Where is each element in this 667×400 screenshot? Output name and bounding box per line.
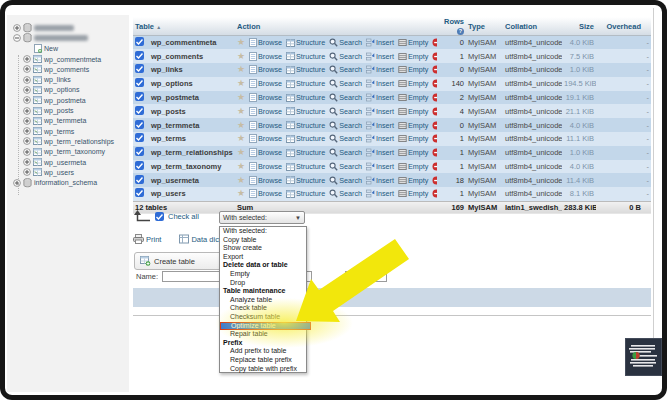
search-link[interactable]: Search [329, 189, 362, 198]
table-name[interactable]: wp_postmeta [149, 91, 235, 105]
drop-link[interactable]: Drop [432, 162, 437, 171]
drop-link[interactable]: Drop [432, 93, 437, 102]
favorite-star-icon[interactable]: ★ [237, 107, 245, 116]
empty-link[interactable]: Empty [398, 148, 428, 157]
dropdown-option-check-table[interactable]: Check table [220, 304, 306, 313]
expand-icon[interactable] [23, 127, 31, 135]
table-name[interactable]: wp_terms [149, 132, 235, 146]
table-name[interactable]: wp_term_relationships [149, 146, 235, 160]
row-checkbox[interactable] [135, 188, 144, 197]
structure-link[interactable]: Structure [286, 38, 325, 47]
structure-link[interactable]: Structure [286, 134, 325, 143]
favorite-star-icon[interactable]: ★ [237, 79, 245, 88]
browse-link[interactable]: Browse [249, 107, 282, 116]
table-name[interactable]: wp_term_taxonomy [149, 160, 235, 174]
favorite-star-icon[interactable]: ★ [237, 93, 245, 102]
favorite-star-icon[interactable]: ★ [237, 162, 245, 171]
empty-link[interactable]: Empty [398, 52, 428, 61]
sidebar-item-wp_postmeta[interactable]: wp_postmeta [11, 95, 129, 105]
dropdown-option-analyze-table[interactable]: Analyze table [220, 296, 306, 305]
dropdown-option-optimize-table[interactable]: Optimize table [220, 322, 311, 331]
empty-link[interactable]: Empty [398, 189, 428, 198]
column-header-rows[interactable]: Rows ? [437, 17, 466, 36]
favorite-star-icon[interactable]: ★ [237, 148, 245, 157]
drop-link[interactable]: Drop [432, 38, 437, 47]
sidebar-item-New[interactable]: New [11, 44, 129, 54]
empty-link[interactable]: Empty [398, 121, 428, 130]
check-all-label[interactable]: Check all [168, 212, 199, 221]
sidebar-item-wp_commentmeta[interactable]: wp_commentmeta [11, 54, 129, 64]
sidebar-item-wp_termmeta[interactable]: wp_termmeta [11, 116, 129, 126]
table-name[interactable]: wp_links [149, 63, 235, 77]
browse-link[interactable]: Browse [249, 79, 282, 88]
favorite-star-icon[interactable]: ★ [237, 38, 245, 47]
structure-link[interactable]: Structure [286, 79, 325, 88]
column-header-size[interactable]: Size [562, 17, 596, 36]
favorite-star-icon[interactable]: ★ [237, 52, 245, 61]
expand-icon[interactable] [23, 158, 31, 166]
drop-link[interactable]: Drop [432, 107, 437, 116]
dropdown-option-with-selected-[interactable]: With selected: [220, 227, 306, 236]
browse-link[interactable]: Browse [249, 65, 282, 74]
expand-icon[interactable] [23, 86, 31, 94]
search-link[interactable]: Search [329, 134, 362, 143]
empty-link[interactable]: Empty [398, 134, 428, 143]
insert-link[interactable]: Insert [366, 107, 394, 116]
dropdown-option-add-prefix-to-table[interactable]: Add prefix to table [220, 347, 306, 356]
expand-icon[interactable] [23, 168, 31, 176]
sidebar-item-wp_comments[interactable]: wp_comments [11, 64, 129, 74]
expand-icon[interactable] [23, 96, 31, 104]
row-checkbox[interactable] [135, 51, 144, 60]
check-all-checkbox[interactable] [155, 212, 164, 221]
favorite-star-icon[interactable]: ★ [237, 65, 245, 74]
drop-link[interactable]: Drop [432, 148, 437, 157]
sidebar-item-database[interactable] [11, 23, 129, 33]
drop-link[interactable]: Drop [432, 79, 437, 88]
dropdown-option-repair-table[interactable]: Repair table [220, 330, 306, 339]
drop-link[interactable]: Drop [432, 65, 437, 74]
column-header-table[interactable]: Table ▲ [133, 17, 235, 36]
expand-icon[interactable] [23, 107, 31, 115]
row-checkbox[interactable] [135, 92, 144, 101]
browse-link[interactable]: Browse [249, 134, 282, 143]
drop-link[interactable]: Drop [432, 189, 437, 198]
dropdown-option-copy-table-with-prefix[interactable]: Copy table with prefix [220, 365, 306, 374]
structure-link[interactable]: Structure [286, 148, 325, 157]
sidebar-item-wp_usermeta[interactable]: wp_usermeta [11, 157, 129, 167]
insert-link[interactable]: Insert [366, 189, 394, 198]
sidebar-item-wp_users[interactable]: wp_users [11, 167, 129, 177]
insert-link[interactable]: Insert [366, 121, 394, 130]
drop-link[interactable]: Drop [432, 121, 437, 130]
favorite-star-icon[interactable]: ★ [237, 134, 245, 143]
row-checkbox[interactable] [135, 147, 144, 156]
table-name[interactable]: wp_termmeta [149, 118, 235, 132]
table-name[interactable]: wp_comments [149, 49, 235, 63]
drop-link[interactable]: Drop [432, 176, 437, 185]
row-checkbox[interactable] [135, 161, 144, 170]
insert-link[interactable]: Insert [366, 65, 394, 74]
search-link[interactable]: Search [329, 176, 362, 185]
search-link[interactable]: Search [329, 148, 362, 157]
browse-link[interactable]: Browse [249, 176, 282, 185]
empty-link[interactable]: Empty [398, 93, 428, 102]
empty-link[interactable]: Empty [398, 65, 428, 74]
structure-link[interactable]: Structure [286, 65, 325, 74]
row-checkbox[interactable] [135, 120, 144, 129]
empty-link[interactable]: Empty [398, 107, 428, 116]
search-link[interactable]: Search [329, 162, 362, 171]
sidebar-item-wp_options[interactable]: wp_options [11, 85, 129, 95]
row-checkbox[interactable] [135, 78, 144, 87]
search-link[interactable]: Search [329, 52, 362, 61]
browse-link[interactable]: Browse [249, 52, 282, 61]
browse-link[interactable]: Browse [249, 189, 282, 198]
row-checkbox[interactable] [135, 106, 144, 115]
expand-icon[interactable] [23, 117, 31, 125]
search-link[interactable]: Search [329, 121, 362, 130]
insert-link[interactable]: Insert [366, 79, 394, 88]
sidebar-item-information_schema[interactable]: information_schema [11, 177, 129, 187]
insert-link[interactable]: Insert [366, 52, 394, 61]
expand-icon[interactable] [23, 55, 31, 63]
print-link[interactable]: Print [133, 234, 161, 244]
columns-count-input[interactable] [345, 271, 387, 282]
expand-icon[interactable] [23, 137, 31, 145]
